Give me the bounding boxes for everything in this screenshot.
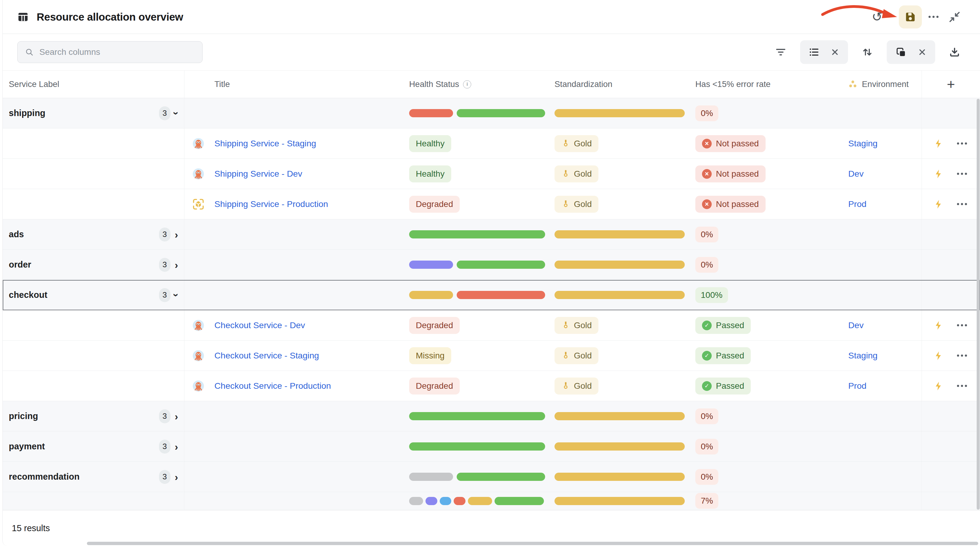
group-row[interactable]: recommendation 3 › 0% bbox=[3, 462, 980, 492]
standardization-bar bbox=[555, 442, 685, 450]
column-header-environment[interactable]: Environment bbox=[832, 70, 922, 98]
expand-chevron[interactable]: › bbox=[171, 112, 181, 115]
error-rate-badge: 0% bbox=[695, 227, 718, 243]
download-button[interactable] bbox=[945, 42, 964, 62]
save-button[interactable] bbox=[899, 5, 922, 29]
environment-link[interactable]: Dev bbox=[848, 320, 864, 330]
column-header-error-rate[interactable]: Has <15% error rate bbox=[689, 70, 832, 98]
column-header-standardization[interactable]: Standardization bbox=[548, 70, 689, 98]
health-status-badge: Degraded bbox=[409, 378, 460, 394]
green-bar-segment bbox=[409, 230, 545, 238]
group-row[interactable]: shipping 3 › 0% bbox=[3, 98, 980, 128]
check-status-label: Not passed bbox=[716, 169, 759, 179]
health-distribution-bar bbox=[409, 109, 545, 117]
collapse-button[interactable] bbox=[945, 7, 964, 27]
service-title-link[interactable]: Shipping Service - Dev bbox=[215, 169, 302, 179]
group-label: recommendation bbox=[9, 472, 80, 482]
expand-chevron[interactable]: › bbox=[171, 293, 181, 297]
lightning-icon[interactable] bbox=[933, 320, 943, 330]
filter-button[interactable] bbox=[771, 42, 791, 62]
lightning-icon[interactable] bbox=[933, 199, 943, 209]
standardization-level: Gold bbox=[574, 351, 592, 361]
environment-link[interactable]: Prod bbox=[848, 381, 866, 391]
group-row[interactable]: checkout 3 › 100% bbox=[3, 280, 980, 310]
standardization-bar bbox=[555, 497, 685, 505]
download-icon bbox=[949, 46, 960, 58]
search-box[interactable] bbox=[17, 41, 203, 63]
column-header-health-status[interactable]: Health Status i bbox=[406, 70, 548, 98]
expand-chevron[interactable]: › bbox=[175, 229, 178, 239]
error-rate-check-badge: Not passed bbox=[695, 165, 765, 182]
list-view-icon[interactable] bbox=[808, 47, 819, 57]
gold-bar-segment bbox=[555, 412, 685, 420]
gold-bar-segment bbox=[555, 109, 685, 117]
row-menu-button[interactable] bbox=[957, 142, 967, 145]
medal-icon bbox=[561, 139, 570, 148]
error-rate-check-badge: Passed bbox=[695, 378, 751, 394]
service-icon bbox=[192, 380, 205, 393]
copy-icon[interactable] bbox=[895, 46, 907, 58]
sort-button[interactable] bbox=[858, 42, 877, 62]
undo-button[interactable]: ↺ bbox=[867, 7, 887, 27]
environment-link[interactable]: Prod bbox=[848, 199, 866, 209]
health-distribution-bar bbox=[409, 442, 545, 450]
health-distribution-bar bbox=[409, 473, 545, 481]
group-count-badge: 3 bbox=[159, 470, 170, 484]
group-row[interactable]: payment 3 › 0% bbox=[3, 431, 980, 462]
row-menu-button[interactable] bbox=[957, 203, 967, 205]
expand-chevron[interactable]: › bbox=[175, 472, 178, 482]
clear-copy-button[interactable] bbox=[918, 48, 927, 57]
results-footer: 15 results bbox=[3, 510, 980, 546]
service-icon bbox=[192, 319, 205, 332]
row-menu-button[interactable] bbox=[957, 385, 967, 387]
group-row[interactable]: order 3 › 0% bbox=[3, 250, 980, 280]
row-menu-button[interactable] bbox=[957, 324, 967, 326]
yellow-dots-icon bbox=[848, 80, 858, 89]
column-header-service-label[interactable]: Service Label bbox=[3, 70, 185, 98]
lightning-icon[interactable] bbox=[933, 169, 943, 179]
environment-link[interactable]: Staging bbox=[848, 139, 878, 148]
info-icon[interactable]: i bbox=[463, 80, 471, 88]
service-row[interactable]: Checkout Service - Dev Degraded Gold Pas… bbox=[3, 310, 980, 340]
row-menu-button[interactable] bbox=[957, 173, 967, 175]
vertical-scrollbar[interactable] bbox=[976, 98, 980, 510]
service-title-link[interactable]: Checkout Service - Staging bbox=[215, 351, 319, 361]
data-grid: Service Label Title Health Status i Stan… bbox=[3, 70, 980, 510]
expand-chevron[interactable]: › bbox=[175, 441, 178, 452]
service-title-link[interactable]: Checkout Service - Dev bbox=[215, 320, 305, 330]
close-icon bbox=[830, 48, 840, 57]
group-count-badge: 3 bbox=[159, 288, 170, 302]
clear-list-view-button[interactable] bbox=[830, 48, 840, 57]
service-row[interactable]: Shipping Service - Dev Healthy Gold Not … bbox=[3, 159, 980, 189]
search-input[interactable] bbox=[39, 47, 195, 57]
standardization-bar bbox=[555, 291, 685, 299]
service-title-link[interactable]: Checkout Service - Production bbox=[215, 381, 331, 391]
service-row[interactable]: Shipping Service - Staging Healthy Gold … bbox=[3, 128, 980, 159]
service-row[interactable]: Checkout Service - Staging Missing Gold … bbox=[3, 340, 980, 371]
expand-chevron[interactable]: › bbox=[175, 260, 178, 270]
lightning-icon[interactable] bbox=[933, 381, 943, 391]
more-options-button[interactable] bbox=[924, 7, 943, 27]
standardization-bar bbox=[555, 412, 685, 420]
service-title-link[interactable]: Shipping Service - Production bbox=[215, 199, 328, 209]
service-row[interactable]: Shipping Service - Production Degraded G… bbox=[3, 189, 980, 219]
environment-link[interactable]: Staging bbox=[848, 351, 878, 361]
service-title-link[interactable]: Shipping Service - Staging bbox=[215, 139, 316, 148]
lightning-icon[interactable] bbox=[933, 351, 943, 361]
gold-bar-segment bbox=[555, 442, 685, 450]
green-bar-segment bbox=[409, 442, 545, 450]
group-row[interactable]: ads 3 › 0% bbox=[3, 219, 980, 250]
sort-icon bbox=[862, 46, 873, 58]
add-column-button[interactable]: + bbox=[947, 77, 955, 91]
column-header-title[interactable]: Title bbox=[185, 70, 406, 98]
lightning-icon[interactable] bbox=[933, 139, 943, 149]
group-label: payment bbox=[9, 441, 45, 452]
check-status-icon bbox=[702, 200, 712, 209]
expand-chevron[interactable]: › bbox=[175, 411, 178, 421]
service-row[interactable]: Checkout Service - Production Degraded G… bbox=[3, 371, 980, 401]
row-menu-button[interactable] bbox=[957, 354, 967, 357]
environment-link[interactable]: Dev bbox=[848, 169, 864, 179]
gold-bar-segment bbox=[555, 473, 685, 481]
group-row[interactable]: pricing 3 › 0% bbox=[3, 401, 980, 431]
horizontal-scrollbar[interactable] bbox=[87, 542, 978, 545]
